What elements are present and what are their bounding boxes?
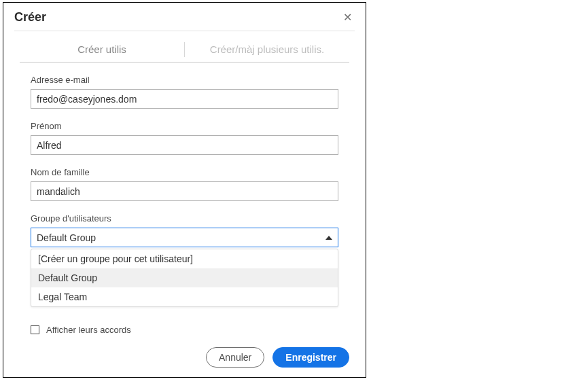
dialog-header: Créer ✕ — [3, 3, 366, 31]
display-agreements-label: Afficher leurs accords — [46, 325, 131, 335]
email-field[interactable] — [31, 89, 338, 109]
lastname-field[interactable] — [31, 181, 338, 201]
tabs: Créer utilis Créer/màj plusieurs utilis. — [20, 37, 349, 63]
group-option-create-new[interactable]: [Créer un groupe pour cet utilisateur] — [31, 249, 338, 268]
header-divider — [14, 31, 355, 31]
firstname-field[interactable] — [31, 135, 338, 155]
dialog-title: Créer — [14, 10, 46, 24]
create-user-dialog: Créer ✕ Créer utilis Créer/màj plusieurs… — [3, 2, 366, 378]
group-select-wrap: Default Group [Créer un groupe pour cet … — [31, 228, 338, 307]
group-option-legal[interactable]: Legal Team — [31, 287, 338, 306]
display-agreements-row: Afficher leurs accords — [3, 317, 366, 335]
lastname-label: Nom de famille — [31, 167, 338, 177]
group-dropdown-list: [Créer un groupe pour cet utilisateur] D… — [31, 249, 338, 307]
tab-create-multiple[interactable]: Créer/màj plusieurs utilis. — [185, 37, 349, 62]
email-label: Adresse e-mail — [31, 75, 338, 85]
group-selected-text: Default Group — [37, 232, 96, 243]
group-label: Groupe d'utilisateurs — [31, 213, 338, 224]
display-agreements-checkbox[interactable] — [31, 325, 39, 334]
save-button[interactable]: Enregistrer — [272, 347, 349, 368]
group-select[interactable]: Default Group — [31, 228, 338, 247]
cancel-button[interactable]: Annuler — [206, 347, 264, 368]
form-body: Adresse e-mail Prénom Nom de famille Gro… — [3, 63, 366, 317]
group-option-default[interactable]: Default Group — [31, 268, 338, 287]
dialog-footer: Annuler Enregistrer — [3, 335, 366, 377]
chevron-up-icon — [325, 236, 332, 240]
close-icon[interactable]: ✕ — [340, 10, 355, 25]
firstname-label: Prénom — [31, 121, 338, 131]
tab-create-single[interactable]: Créer utilis — [20, 37, 184, 62]
